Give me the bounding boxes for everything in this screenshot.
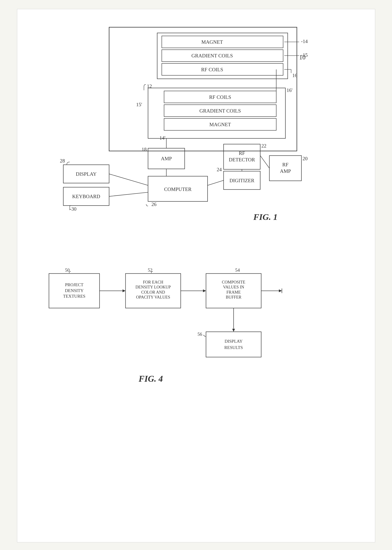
label-28: 28 <box>60 158 65 164</box>
svg-marker-36 <box>279 289 282 292</box>
label-24: 24 <box>217 167 222 172</box>
box-display: DISPLAY <box>76 171 97 177</box>
label-30: -30 <box>70 206 76 212</box>
fig1-title: FIG. 1 <box>253 212 277 222</box>
box-project-line1: PROJECT <box>65 282 83 287</box>
box-display-line1: DISPLAY <box>224 339 243 344</box>
svg-line-21 <box>109 174 148 185</box>
box-project-line3: TEXTURES <box>63 294 85 298</box>
box-lookup-line2: DENSITY LOOKUP <box>135 285 171 289</box>
label-56: 56 <box>197 332 202 337</box>
svg-marker-33 <box>203 289 206 292</box>
box-rf-detector-line1: RF <box>239 150 245 156</box>
page: 10 MAGNET -14 GRADIENT COILS -15 RF COIL… <box>17 9 375 542</box>
label-50: 50 <box>65 268 70 273</box>
box-lookup-line3: COLOR AND <box>141 290 165 295</box>
svg-rect-40 <box>206 332 261 357</box>
box-amp: AMP <box>161 156 172 161</box>
label-22: 22 <box>261 143 266 149</box>
box-lookup-line4: OPACITY VALUES <box>136 295 170 299</box>
box-composite-line3: FRAME <box>226 290 241 295</box>
box-rf-amp-line2: AMP <box>280 168 291 174</box>
box-keyboard: KEYBOARD <box>72 194 100 199</box>
label-54: 54 <box>235 268 240 273</box>
fig4-title: FIG. 4 <box>138 374 163 384</box>
box-digitizer: DIGITIZER <box>229 178 254 183</box>
label-16p: 16' <box>286 87 292 93</box>
box-rf-coils2: RF COILS <box>209 94 231 100</box>
label-14p: 14' <box>159 135 165 141</box>
svg-line-25 <box>208 181 224 186</box>
box-rf-detector-line2: DETECTOR <box>229 157 255 162</box>
box-gradient-coils: GRADIENT COILS <box>191 53 233 58</box>
box-project-line2: DENSITY <box>65 288 83 293</box>
label-15: -15 <box>301 52 308 58</box>
label-20: 20 <box>302 156 308 161</box>
box-composite-line1: COMPOSITE <box>222 280 245 284</box>
label-12: 12 <box>147 83 152 89</box>
label-14: -14 <box>301 39 308 44</box>
svg-line-22 <box>109 192 148 196</box>
box-magnet: MAGNET <box>201 39 223 45</box>
box-rf-amp-line1: RF <box>282 162 289 167</box>
box-computer: COMPUTER <box>164 187 191 192</box>
label-26: 26 <box>151 202 156 207</box>
label-16: 16 <box>292 72 297 78</box>
box-composite-line4: BUFFER <box>226 295 241 299</box>
box-rf-coils: RF COILS <box>201 67 223 72</box>
svg-marker-30 <box>122 289 125 292</box>
fig4-diagram: PROJECT DENSITY TEXTURES 50 FOR EACH DEN… <box>35 242 357 399</box>
fig1-diagram: 10 MAGNET -14 GRADIENT COILS -15 RF COIL… <box>35 23 357 224</box>
svg-marker-39 <box>232 329 235 332</box>
box-composite-line2: VALUES IN <box>223 285 244 289</box>
box-lookup-line1: FOR EACH <box>143 280 163 284</box>
label-15p: 15' <box>136 102 142 107</box>
svg-line-26 <box>260 156 269 168</box>
box-gradient-coils2: GRADIENT COILS <box>199 108 241 114</box>
label-18: 18 <box>141 147 147 152</box>
box-display-line2: RESULTS <box>224 345 243 350</box>
box-magnet2: MAGNET <box>209 122 231 127</box>
svg-rect-0 <box>109 27 297 151</box>
